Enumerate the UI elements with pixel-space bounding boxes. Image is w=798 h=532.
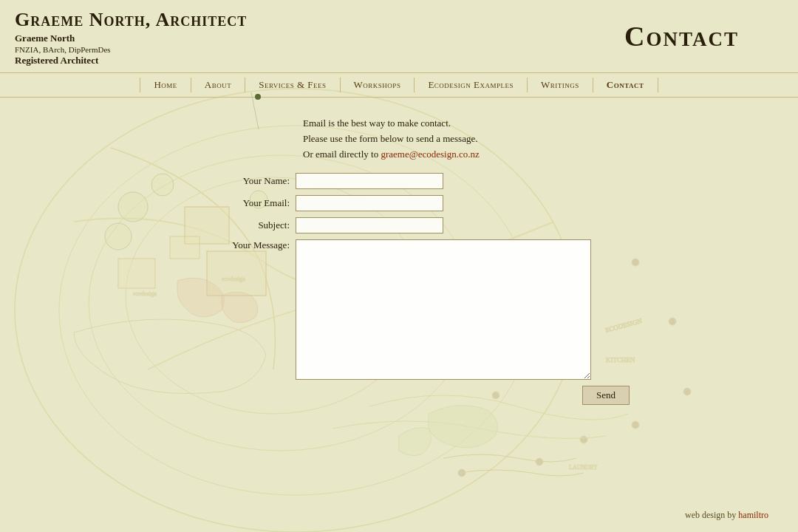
contact-line3: Or email directly to graeme@ecodesign.co…	[303, 147, 798, 163]
send-row: Send	[207, 386, 798, 405]
send-button[interactable]: Send	[582, 386, 630, 405]
contact-email-link[interactable]: graeme@ecodesign.co.nz	[381, 149, 479, 160]
message-label: Your Message:	[207, 239, 296, 251]
contact-line3-prefix: Or email directly to	[303, 149, 381, 160]
contact-info: Email is the best way to make contact. P…	[303, 116, 798, 162]
nav-contact[interactable]: Contact	[593, 78, 658, 92]
footer-text: web design by	[685, 510, 738, 520]
name-label: Your Name:	[207, 175, 296, 187]
subject-label: Subject:	[207, 219, 296, 231]
footer-link[interactable]: hamiltro	[738, 510, 768, 520]
name-row: Your Name:	[207, 173, 798, 189]
email-row: Your Email:	[207, 195, 798, 211]
page-wrapper: Graeme North, Architect Graeme North FNZ…	[0, 0, 798, 532]
nav-writings[interactable]: Writings	[528, 78, 593, 92]
main-content: Email is the best way to make contact. P…	[0, 98, 798, 405]
message-row: Your Message:	[207, 239, 798, 380]
contact-form: Your Name: Your Email: Subject: Your Mes…	[207, 173, 798, 380]
page-heading: Contact	[624, 20, 739, 52]
email-input[interactable]	[296, 195, 443, 211]
email-label: Your Email:	[207, 197, 296, 209]
footer: web design by hamiltro	[685, 510, 768, 521]
message-textarea[interactable]	[296, 239, 591, 380]
nav-services[interactable]: Services & Fees	[245, 78, 340, 92]
site-role: Registered Architect	[15, 55, 783, 66]
nav-about[interactable]: About	[191, 78, 245, 92]
contact-line1: Email is the best way to make contact.	[303, 116, 798, 132]
name-input[interactable]	[296, 173, 443, 189]
nav-home[interactable]: Home	[140, 78, 191, 92]
contact-line2: Please use the form below to send a mess…	[303, 132, 798, 147]
subject-row: Subject:	[207, 217, 798, 233]
nav-ecodesign[interactable]: Ecodesign Examples	[415, 78, 528, 92]
subject-input[interactable]	[296, 217, 443, 233]
main-nav: Home About Services & Fees Workshops Eco…	[0, 73, 798, 98]
header: Graeme North, Architect Graeme North FNZ…	[0, 0, 798, 73]
nav-workshops[interactable]: Workshops	[341, 78, 415, 92]
